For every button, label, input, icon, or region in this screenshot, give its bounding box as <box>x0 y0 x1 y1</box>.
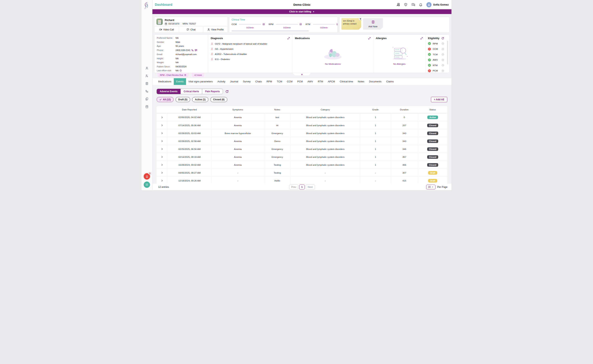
documents-icon[interactable] <box>145 97 148 101</box>
user-menu[interactable]: Sofia Gomez <box>426 2 449 7</box>
patient-dob: 03/18/1970 <box>168 23 179 25</box>
table-row: 02/25/2025, 06:56 AM Anemia Emergency Bl… <box>157 145 447 153</box>
status-filter-chip[interactable]: Draft (5) <box>176 97 190 102</box>
row-expand-icon[interactable] <box>161 148 163 150</box>
tab[interactable]: AWV <box>305 78 316 85</box>
info-icon[interactable] <box>441 53 444 56</box>
expand-icon[interactable] <box>287 37 290 40</box>
tab[interactable]: Medications <box>156 78 174 85</box>
tab[interactable]: TCM <box>274 78 284 85</box>
event-type-button[interactable]: Adverse Events <box>157 89 180 94</box>
add-note-button[interactable]: Add Note <box>363 18 383 30</box>
prescription-icon[interactable] <box>145 82 148 85</box>
tab[interactable]: RTM <box>316 78 326 85</box>
status-filter-chip[interactable]: Active (1) <box>192 97 208 102</box>
tab[interactable]: Documents <box>367 78 384 85</box>
messages-icon[interactable] <box>411 3 415 6</box>
row-expand-icon[interactable] <box>161 179 163 182</box>
call-phone-icon[interactable] <box>191 49 194 51</box>
edit-time-icon[interactable] <box>263 23 265 26</box>
eligibility-label: AWV <box>433 59 438 61</box>
tab[interactable]: Claims <box>384 78 396 85</box>
per-page-label: Per Page <box>437 186 448 188</box>
tab[interactable]: Journal <box>228 78 241 85</box>
calendar-icon[interactable] <box>145 105 148 108</box>
per-page-select[interactable]: 30 <box>426 185 435 189</box>
cell-duration: 207 <box>391 122 418 129</box>
tab[interactable]: Notes <box>356 78 367 85</box>
status-filter-chip[interactable]: All (12) <box>157 97 174 102</box>
sticky-note: son (Greg) is primary contact <box>341 18 361 30</box>
row-expand-icon[interactable] <box>161 171 163 174</box>
refresh-icon[interactable] <box>225 90 229 93</box>
tab[interactable]: Chats <box>253 78 264 85</box>
tab[interactable]: CCM <box>284 78 295 85</box>
billing-banner[interactable]: Click to start billing <box>152 9 451 14</box>
tab[interactable]: Survey <box>241 78 253 85</box>
status-filter-chip[interactable]: Closed (6) <box>210 97 227 102</box>
allergies-title: Allergies <box>376 37 387 40</box>
no-medications-illustration <box>322 46 344 61</box>
row-expand-icon[interactable] <box>161 156 163 158</box>
tab[interactable]: APCM <box>326 78 337 85</box>
info-icon[interactable] <box>441 70 444 72</box>
tab[interactable]: Activity <box>215 78 228 85</box>
table-row: 02/14/2025, 08:18 AM Anemia Emergency Bl… <box>157 153 447 161</box>
more-alerts-chip[interactable]: +2 more <box>192 73 204 77</box>
edit-time-icon[interactable] <box>299 23 302 26</box>
tab[interactable]: RPM <box>264 78 275 85</box>
video-call-button[interactable]: Video Call <box>154 26 179 32</box>
vertical-scrollbar[interactable] <box>447 41 448 64</box>
view-profile-button[interactable]: View Profile <box>203 26 228 32</box>
next-page-button[interactable]: Next <box>306 184 315 190</box>
row-expand-icon[interactable] <box>161 140 163 143</box>
dialpad-button[interactable] <box>144 182 150 188</box>
chat-button[interactable]: Chat <box>179 26 203 32</box>
row-expand-icon[interactable] <box>161 124 163 127</box>
cell-grade: 1 <box>360 122 391 129</box>
prev-page-button[interactable]: Prev <box>289 184 298 190</box>
row-expand-icon[interactable] <box>161 132 163 135</box>
info-icon[interactable] <box>441 48 444 50</box>
event-type-button[interactable]: Critical Alerts <box>180 89 202 94</box>
current-page-button[interactable]: 1 <box>299 184 305 190</box>
send-sms-icon[interactable] <box>195 49 197 52</box>
event-type-switch: Adverse Events Critical Alerts Pain Repo… <box>157 89 223 94</box>
expand-icon[interactable] <box>420 37 423 40</box>
event-type-button[interactable]: Pain Reports <box>202 89 223 94</box>
clinical-time-card: Clinical Time CCM 0/20min <box>229 17 338 33</box>
shield-alert-icon[interactable] <box>404 3 408 6</box>
play-icon <box>313 11 315 13</box>
row-expand-icon[interactable] <box>161 163 163 166</box>
add-adverse-event-button[interactable]: + Add AE <box>431 97 447 102</box>
cell-duration: 343 <box>391 137 418 145</box>
patient-icon[interactable] <box>145 74 148 78</box>
collapse-panel-handle[interactable] <box>293 73 311 76</box>
edit-time-icon[interactable] <box>336 23 338 26</box>
horizontal-scrollbar[interactable] <box>232 30 309 31</box>
phone-call-icon[interactable] <box>145 90 148 93</box>
billing-report-icon[interactable] <box>396 3 400 6</box>
info-icon[interactable] <box>441 59 444 61</box>
pager: Prev 1 Next <box>289 184 315 190</box>
notifications-bell-icon[interactable] <box>419 3 423 6</box>
profile-icon[interactable] <box>145 66 148 70</box>
expand-icon[interactable] <box>368 37 371 40</box>
refresh-icon[interactable] <box>441 37 444 40</box>
patient-summary-row: Richard 03/18/1970 MRN: 792927 Video Cal… <box>152 14 451 34</box>
cell-notes: Emergency <box>264 153 290 161</box>
tab[interactable]: PCM <box>295 78 305 85</box>
row-expand-icon[interactable] <box>161 116 163 119</box>
critical-alerts-button[interactable]: 52 <box>144 173 150 180</box>
info-icon[interactable] <box>441 42 444 45</box>
eligibility-status-icon: ✓ <box>428 42 431 45</box>
delete-note-icon[interactable] <box>359 17 362 20</box>
diagnosis-item: I10 - Hypertension <box>211 48 290 50</box>
tab[interactable]: Events <box>174 78 186 85</box>
info-icon[interactable] <box>179 69 182 72</box>
tab[interactable]: Clinical time <box>337 78 356 85</box>
tab[interactable]: Vital signs parameters <box>186 78 215 85</box>
chart-review-chip[interactable]: RPM - Chart Review Due <box>158 73 189 77</box>
cell-notes: Testing <box>264 161 290 169</box>
info-icon[interactable] <box>441 64 444 66</box>
